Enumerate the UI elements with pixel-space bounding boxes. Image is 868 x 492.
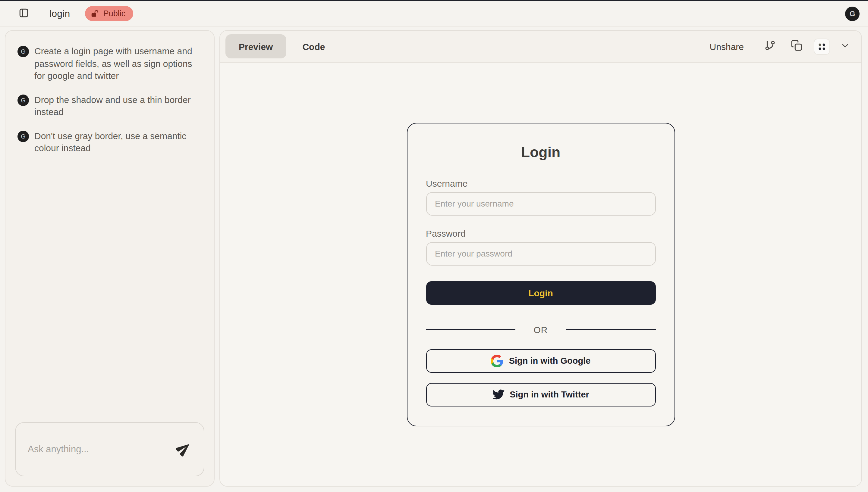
message-text: Create a login page with username and pa…	[34, 45, 204, 82]
google-signin-label: Sign in with Google	[509, 356, 591, 366]
chevron-down-icon	[840, 41, 850, 52]
panel-left-icon	[18, 7, 29, 20]
expand-menu-button[interactable]	[839, 37, 852, 55]
divider-label: OR	[516, 324, 566, 335]
chat-composer	[15, 422, 204, 476]
preview-content: Login Username Password Login OR	[220, 63, 861, 486]
sidebar-toggle-button[interactable]	[15, 4, 32, 23]
divider-line	[566, 329, 656, 330]
google-icon	[491, 354, 503, 367]
top-bar: login Public G	[0, 0, 868, 26]
message-avatar: G	[18, 46, 29, 57]
toolbar-icons	[761, 37, 852, 55]
chat-message: G Don't use gray border, use a semantic …	[18, 130, 204, 154]
copy-button[interactable]	[787, 37, 805, 55]
password-input[interactable]	[426, 242, 656, 265]
username-input[interactable]	[426, 192, 656, 215]
tab-code[interactable]: Code	[289, 34, 338, 58]
divider-line	[426, 329, 516, 330]
send-icon	[176, 441, 192, 458]
send-button[interactable]	[173, 439, 194, 460]
message-avatar: G	[18, 130, 29, 142]
message-text: Drop the shadow and use a thin border in…	[34, 94, 204, 118]
message-text: Don't use gray border, use a semantic co…	[34, 130, 204, 154]
login-submit-button[interactable]: Login	[426, 281, 656, 304]
twitter-signin-button[interactable]: Sign in with Twitter	[426, 383, 656, 406]
message-avatar: G	[18, 94, 29, 106]
user-avatar[interactable]: G	[845, 6, 860, 21]
password-label: Password	[426, 228, 656, 238]
preview-header: Preview Code Unshare	[220, 31, 861, 63]
preview-panel: Preview Code Unshare	[219, 30, 862, 487]
twitter-signin-label: Sign in with Twitter	[510, 390, 589, 399]
git-branch-icon	[764, 40, 775, 53]
lock-open-icon	[91, 9, 100, 18]
username-label: Username	[426, 178, 656, 188]
chat-message: G Drop the shadow and use a thin border …	[18, 94, 204, 118]
chat-message: G Create a login page with username and …	[18, 45, 204, 82]
login-card: Login Username Password Login OR	[406, 123, 675, 426]
app-window: login Public G G Create a login page wit…	[0, 0, 868, 492]
unshare-button[interactable]: Unshare	[704, 38, 750, 55]
chat-sidebar: G Create a login page with username and …	[5, 30, 215, 487]
google-signin-button[interactable]: Sign in with Google	[426, 349, 656, 372]
tab-preview[interactable]: Preview	[226, 34, 286, 58]
copy-icon	[791, 40, 802, 53]
twitter-icon	[492, 388, 504, 400]
visibility-badge[interactable]: Public	[85, 6, 134, 21]
or-divider: OR	[426, 324, 656, 335]
username-field-group: Username	[426, 178, 656, 215]
fork-button[interactable]	[761, 37, 779, 55]
visibility-badge-label: Public	[103, 9, 126, 18]
apps-grid-button[interactable]	[814, 38, 830, 54]
login-card-title: Login	[426, 144, 656, 161]
grid-dots-icon	[817, 42, 826, 51]
chat-message-list: G Create a login page with username and …	[5, 31, 214, 154]
project-title: login	[49, 8, 70, 19]
chat-input[interactable]	[28, 444, 173, 455]
window-edge-strip	[0, 0, 868, 1]
password-field-group: Password	[426, 228, 656, 265]
